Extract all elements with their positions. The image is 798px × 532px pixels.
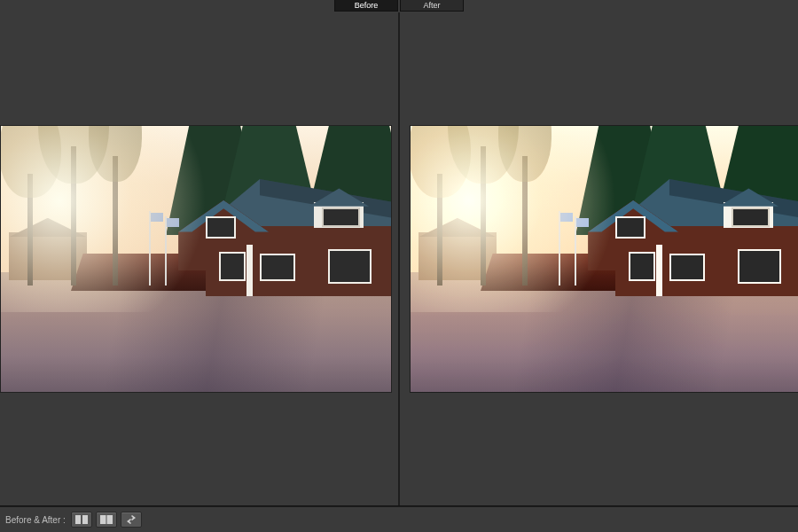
before-image[interactable] (0, 125, 392, 393)
compare-tabs: Before After (0, 0, 798, 12)
swap-icon (125, 515, 137, 524)
pane-divider[interactable] (398, 12, 400, 505)
svg-rect-3 (106, 515, 106, 524)
tab-before[interactable]: Before (334, 0, 398, 12)
after-pane (401, 12, 798, 505)
split-view-button[interactable] (96, 512, 117, 528)
swap-before-after-button[interactable] (121, 512, 142, 528)
tab-after[interactable]: After (400, 0, 464, 12)
after-image[interactable] (410, 125, 798, 393)
before-after-label: Before & After : (5, 515, 66, 525)
bottom-toolbar: Before & After : (0, 506, 798, 532)
svg-rect-0 (75, 515, 81, 524)
split-view-icon (100, 515, 113, 524)
side-by-side-icon (75, 515, 88, 524)
svg-rect-1 (82, 515, 88, 524)
side-by-side-button[interactable] (71, 512, 92, 528)
before-pane (0, 12, 401, 505)
